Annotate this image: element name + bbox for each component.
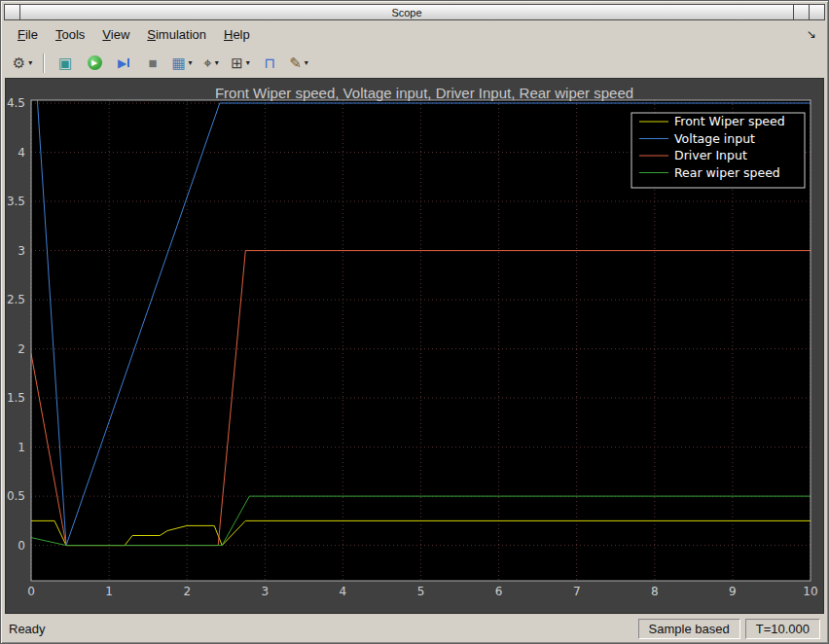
- sim-time-box: T=10.000: [745, 619, 820, 639]
- x-tick-label: 9: [729, 585, 737, 598]
- y-tick-label: 3.5: [7, 195, 25, 208]
- stop-button[interactable]: ■: [139, 51, 166, 76]
- zoom-fit-icon: ⊞: [231, 55, 243, 70]
- legend-label: Rear wiper speed: [674, 165, 780, 180]
- y-tick-label: 4: [18, 146, 25, 160]
- y-tick-label: 0.5: [7, 489, 25, 503]
- legend-label: Front Wiper speed: [674, 114, 785, 128]
- stairs-button[interactable]: ⊓: [256, 51, 283, 76]
- scope-window: Scope File Tools View Simulation Help ↘ …: [0, 0, 829, 644]
- x-tick-label: 2: [183, 585, 191, 598]
- x-tick-label: 8: [651, 585, 659, 598]
- run-button[interactable]: ▶: [81, 51, 108, 76]
- y-tick-label: 4.5: [7, 96, 25, 110]
- run-icon: ▶: [88, 55, 102, 70]
- window-title: Scope: [19, 4, 794, 20]
- stairstep-icon: ⊓: [264, 55, 275, 70]
- layout-grid-icon: ▦: [171, 55, 185, 70]
- x-tick-label: 10: [803, 585, 817, 598]
- y-tick-label: 1.5: [7, 391, 25, 405]
- dropdown-arrow-icon: ▾: [305, 58, 308, 67]
- stop-icon: ■: [148, 55, 157, 70]
- settings-button[interactable]: ⚙▾: [9, 51, 36, 76]
- window-menu-button[interactable]: [4, 4, 20, 20]
- menu-help[interactable]: Help: [215, 24, 259, 45]
- gear-icon: ⚙: [13, 55, 25, 70]
- zoom-fit-button[interactable]: ⊞▾: [227, 51, 254, 76]
- x-tick-label: 6: [495, 585, 503, 598]
- y-tick-label: 1: [18, 441, 25, 454]
- titlebar[interactable]: Scope: [4, 4, 825, 20]
- x-tick-label: 7: [573, 585, 581, 598]
- dropdown-arrow-icon: ▾: [28, 58, 32, 67]
- x-tick-label: 0: [27, 585, 35, 598]
- style-brush-button[interactable]: ✎▾: [285, 51, 312, 76]
- dock-arrow-icon[interactable]: ↘: [803, 27, 820, 41]
- menu-view[interactable]: View: [93, 24, 138, 45]
- x-tick-label: 5: [417, 585, 425, 598]
- stepping-options-button[interactable]: ▦▾: [168, 51, 196, 76]
- highlight-block-icon: ▣: [58, 55, 72, 70]
- toolbar-separator: [43, 54, 45, 73]
- menu-simulation[interactable]: Simulation: [138, 24, 215, 45]
- maximize-button[interactable]: [809, 4, 825, 20]
- chart-canvas[interactable]: 01234567891000.511.522.533.544.5Front Wi…: [6, 79, 825, 613]
- y-tick-label: 2: [18, 342, 25, 356]
- legend-label: Driver Input: [674, 148, 747, 162]
- menu-tools[interactable]: Tools: [47, 24, 93, 45]
- dropdown-arrow-icon: ▾: [189, 58, 193, 67]
- toolbar: ⚙▾▣▶▶■▦▾⌖▾⊞▾⊓✎▾: [1, 48, 828, 78]
- plot-panel[interactable]: 01234567891000.511.522.533.544.5Front Wi…: [5, 78, 824, 614]
- status-right-group: Sample based T=10.000: [638, 619, 820, 639]
- status-text: Ready: [9, 622, 46, 636]
- highlight-block-button[interactable]: ▣: [52, 51, 79, 76]
- step-forward-button[interactable]: ▶: [110, 51, 137, 76]
- cursor-measurements-icon: ⌖: [203, 55, 211, 70]
- iconify-button[interactable]: [793, 4, 810, 20]
- dropdown-arrow-icon: ▾: [215, 58, 219, 67]
- legend-label: Voltage input: [674, 131, 755, 146]
- legend[interactable]: Front Wiper speedVoltage inputDriver Inp…: [631, 113, 805, 188]
- dropdown-arrow-icon: ▾: [246, 58, 250, 67]
- menu-file[interactable]: File: [9, 24, 47, 45]
- sample-mode-box: Sample based: [638, 619, 740, 639]
- brush-icon: ✎: [289, 55, 302, 70]
- measurements-button[interactable]: ⌖▾: [198, 51, 225, 76]
- y-tick-label: 2.5: [7, 293, 25, 306]
- step-forward-icon: ▶: [118, 57, 129, 69]
- statusbar: Ready Sample based T=10.000: [1, 614, 828, 643]
- y-tick-label: 0: [18, 539, 25, 553]
- menubar: File Tools View Simulation Help ↘: [1, 20, 828, 48]
- x-tick-label: 3: [261, 585, 269, 598]
- y-tick-label: 3: [18, 244, 25, 258]
- x-tick-label: 4: [340, 585, 347, 598]
- x-tick-label: 1: [105, 585, 113, 598]
